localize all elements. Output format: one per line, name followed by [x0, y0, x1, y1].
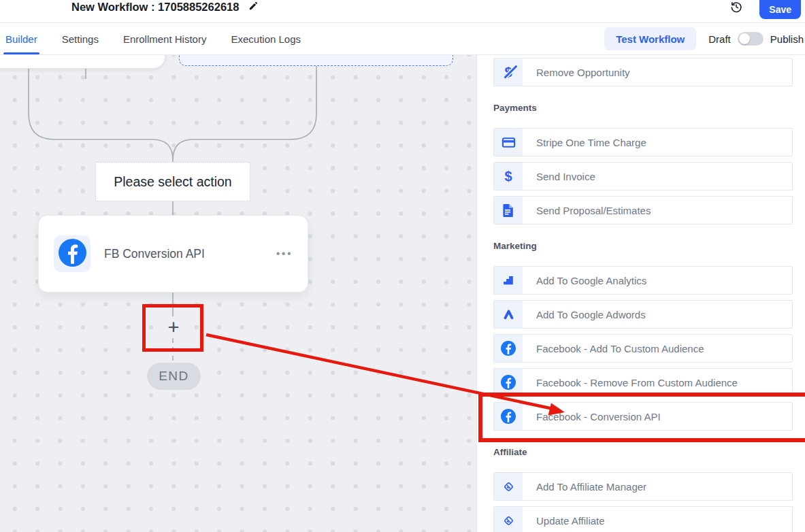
page-title: New Workflow : 1705885262618 — [71, 0, 239, 14]
credit-card-icon — [494, 129, 523, 156]
header-actions: Save — [729, 0, 805, 24]
google-analytics-icon — [494, 267, 523, 294]
tab-builder[interactable]: Builder — [5, 23, 37, 54]
handshake-icon — [494, 473, 523, 500]
workflow-node-fb-conversion[interactable]: FB Conversion API ••• — [38, 215, 308, 293]
tab-settings[interactable]: Settings — [62, 23, 99, 54]
tab-enrollment-history[interactable]: Enrollment History — [123, 23, 207, 54]
edit-title-icon[interactable] — [248, 1, 259, 14]
dollar-icon: $ — [494, 163, 523, 190]
end-node: END — [147, 363, 201, 390]
draft-label: Draft — [708, 33, 731, 45]
test-workflow-button[interactable]: Test Workflow — [604, 27, 696, 50]
action-item-add-to-google-adwords[interactable]: Add To Google Adwords — [493, 300, 793, 329]
publish-toggle[interactable] — [738, 32, 763, 46]
action-item-label: Add To Google Analytics — [523, 267, 646, 294]
dollar-slash-icon: $ — [494, 59, 523, 86]
action-item-send-proposal-estimates[interactable]: Send Proposal/Estimates — [493, 196, 793, 225]
document-icon — [494, 197, 523, 224]
workflow-node-partial[interactable] — [0, 55, 165, 69]
action-item-label: Add To Affiliate Manager — [523, 473, 646, 500]
node-menu-button[interactable]: ••• — [276, 248, 293, 260]
section-header-payments: Payments — [493, 103, 793, 114]
action-item-label: Facebook - Remove From Custom Audience — [523, 369, 738, 396]
add-action-button[interactable]: + — [162, 317, 185, 339]
tab-execution-logs[interactable]: Execution Logs — [231, 23, 301, 54]
facebook-icon — [494, 335, 523, 362]
facebook-icon — [494, 403, 523, 430]
action-item-label: Facebook - Conversion API — [523, 403, 661, 430]
action-item-facebook-add-to-custom-audience[interactable]: Facebook - Add To Custom Audience — [493, 334, 793, 363]
tabbar-actions: Test Workflow Draft Publish — [604, 27, 805, 50]
facebook-icon — [494, 369, 523, 396]
action-item-remove-opportunity[interactable]: $Remove Opportunity — [493, 58, 793, 86]
section-header-marketing: Marketing — [493, 241, 793, 252]
google-ads-icon — [494, 301, 523, 328]
action-item-send-invoice[interactable]: $Send Invoice — [493, 162, 793, 190]
connector-lines — [0, 55, 476, 532]
tab-bar: BuilderSettingsEnrollment HistoryExecuti… — [0, 23, 805, 55]
action-item-label: Send Proposal/Estimates — [523, 197, 651, 224]
node-title: FB Conversion API — [104, 247, 205, 261]
action-item-label: Remove Opportunity — [523, 59, 630, 86]
workflow-builder-app: New Workflow : 1705885262618 Save Builde… — [0, 0, 805, 532]
action-item-label: Send Invoice — [523, 163, 595, 190]
save-button[interactable]: Save — [759, 0, 801, 19]
action-item-update-affiliate[interactable]: Update Affiliate — [493, 506, 793, 532]
workflow-branch-placeholder[interactable] — [179, 55, 453, 66]
actions-sidebar: $Remove OpportunityPaymentsStripe One Ti… — [476, 55, 805, 532]
action-item-facebook-remove-from-custom-audience[interactable]: Facebook - Remove From Custom Audience — [493, 368, 793, 397]
action-item-label: Add To Google Adwords — [523, 301, 646, 328]
history-icon[interactable] — [729, 0, 743, 16]
section-header-affiliate: Affiliate — [493, 447, 793, 458]
action-item-stripe-one-time-charge[interactable]: Stripe One Time Charge — [493, 128, 793, 156]
publish-label: Publish — [770, 33, 804, 45]
action-item-add-to-google-analytics[interactable]: Add To Google Analytics — [493, 266, 793, 295]
toggle-knob — [739, 33, 750, 44]
header: New Workflow : 1705885262618 Save — [0, 0, 805, 23]
facebook-icon — [59, 239, 86, 269]
node-icon-box — [54, 235, 91, 272]
action-item-label: Update Affiliate — [523, 507, 605, 532]
action-item-facebook-conversion-api[interactable]: Facebook - Conversion API — [493, 402, 793, 431]
handshake-icon — [494, 507, 523, 532]
workflow-canvas[interactable]: Please select action FB Conversion API •… — [0, 55, 476, 532]
select-action-label: Please select action — [95, 162, 250, 201]
action-item-add-to-affiliate-manager[interactable]: Add To Affiliate Manager — [493, 472, 793, 501]
action-item-label: Stripe One Time Charge — [523, 129, 646, 156]
action-item-label: Facebook - Add To Custom Audience — [523, 335, 704, 362]
